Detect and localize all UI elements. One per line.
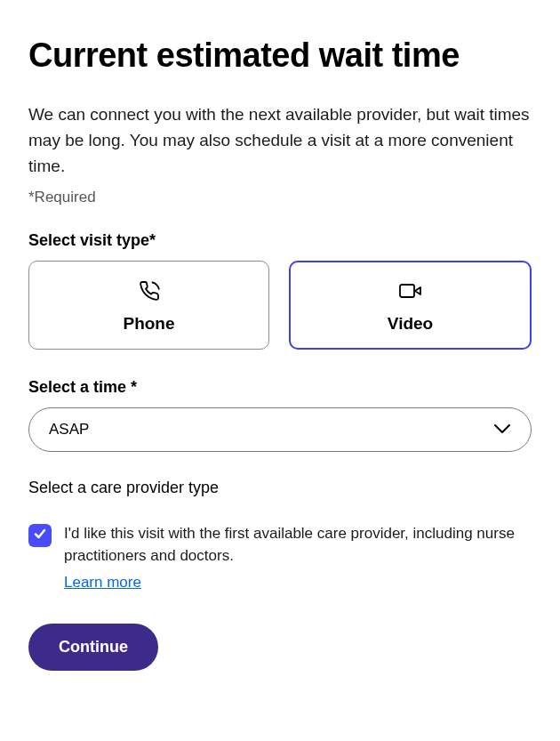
intro-text: We can connect you with the next availab… [28,101,532,180]
visit-option-phone[interactable]: Phone [28,261,269,350]
svg-marker-1 [415,287,420,294]
svg-rect-0 [400,285,414,297]
check-icon [33,527,47,544]
chevron-down-icon [493,421,511,439]
time-select[interactable]: ASAP [28,407,532,452]
page-title: Current estimated wait time [28,36,532,77]
learn-more-link[interactable]: Learn more [64,571,141,594]
time-select-label: Select a time * [28,378,532,397]
provider-type-label: Select a care provider type [28,479,532,497]
required-note: *Required [28,189,532,206]
phone-icon [139,278,160,303]
first-available-checkbox[interactable] [28,524,52,547]
visit-option-phone-label: Phone [123,314,174,334]
visit-option-video[interactable]: Video [289,261,532,350]
first-available-text: I'd like this visit with the first avail… [64,525,515,565]
visit-type-label: Select visit type* [28,231,532,250]
first-available-text-wrap: I'd like this visit with the first avail… [64,522,532,594]
time-select-value: ASAP [49,421,89,439]
continue-button[interactable]: Continue [28,624,158,671]
visit-type-options: Phone Video [28,261,532,350]
first-available-row: I'd like this visit with the first avail… [28,522,532,594]
video-icon [399,278,422,303]
visit-option-video-label: Video [388,314,433,334]
